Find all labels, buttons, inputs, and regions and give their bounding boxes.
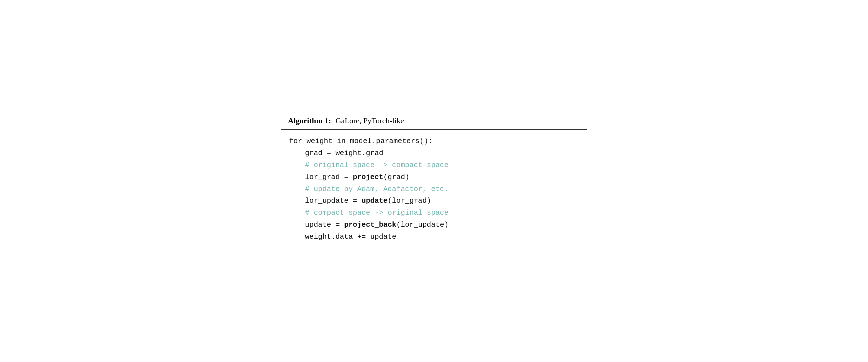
algorithm-title: GaLore, PyTorch-like <box>336 116 404 125</box>
code-line-9: weight.data += update <box>289 231 579 243</box>
code-line-5: # update by Adam, Adafactor, etc. <box>289 183 579 195</box>
code-line-1: for weight in model.parameters(): <box>289 135 579 147</box>
algorithm-box: Algorithm 1: GaLore, PyTorch-like for we… <box>281 111 587 251</box>
code-bold-keyword: update <box>362 197 388 205</box>
algorithm-header: Algorithm 1: GaLore, PyTorch-like <box>281 111 587 130</box>
code-line-8: update = project_back(lor_update) <box>289 219 579 231</box>
code-line-3: # original space -> compact space <box>289 159 579 171</box>
code-line-4: lor_grad = project(grad) <box>289 171 579 183</box>
algorithm-label: Algorithm 1: <box>288 116 331 125</box>
algorithm-body: for weight in model.parameters():grad = … <box>281 130 587 251</box>
code-bold-keyword: project <box>353 173 383 181</box>
code-line-2: grad = weight.grad <box>289 147 579 159</box>
code-line-6: lor_update = update(lor_grad) <box>289 195 579 207</box>
code-line-7: # compact space -> original space <box>289 207 579 219</box>
code-bold-keyword: project_back <box>344 220 396 229</box>
